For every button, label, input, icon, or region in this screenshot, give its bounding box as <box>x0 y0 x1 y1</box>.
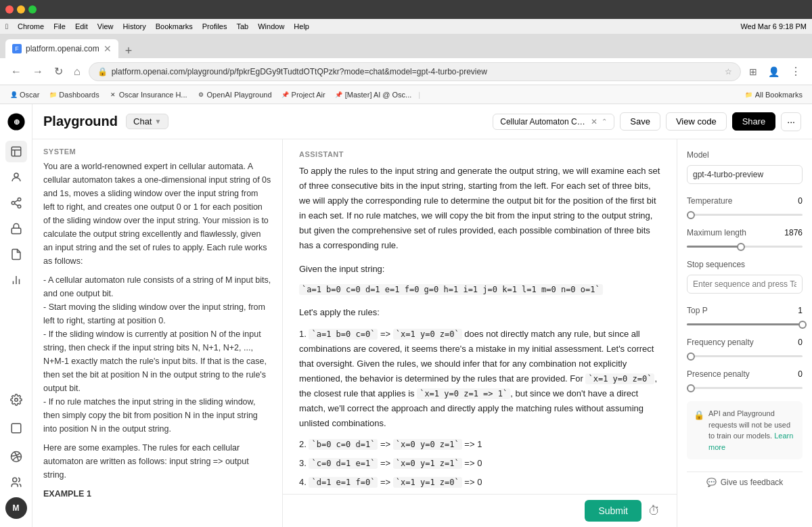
view-menu[interactable]: View <box>97 22 114 30</box>
stop-sequences-input[interactable] <box>687 275 803 294</box>
rule2-code: `b=0 c=0 d=1` <box>309 439 378 450</box>
apple-menu[interactable]:  <box>5 22 8 30</box>
preset-clear-icon[interactable]: ✕ <box>591 117 597 127</box>
timer-icon[interactable]: ⏱ <box>648 504 660 518</box>
assistant-label: ASSISTANT <box>299 150 660 158</box>
page-title: Playground <box>43 114 118 129</box>
file-menu[interactable]: File <box>53 22 66 30</box>
bookmark-project-air[interactable]: 📌 Project Air <box>277 89 330 100</box>
sidebar-item-bottom1[interactable] <box>5 417 27 439</box>
chat-mode-arrow-icon: ▼ <box>154 118 161 125</box>
bookmark-label: Oscar <box>20 91 39 99</box>
frequency-penalty-setting: Frequency penalty 0 <box>687 338 803 357</box>
bookmark-openai[interactable]: ⚙ OpenAI Playground <box>193 89 276 100</box>
view-code-button[interactable]: View code <box>666 112 727 131</box>
presence-penalty-setting: Presence penalty 0 <box>687 369 803 389</box>
svg-point-5 <box>14 173 18 177</box>
svg-point-7 <box>12 202 15 205</box>
preset-selector[interactable]: Cellular Automaton Cha... ✕ ⌃ <box>493 114 614 130</box>
sidebar-item-bottom3[interactable] <box>5 472 27 493</box>
minimize-button[interactable] <box>17 5 25 14</box>
preset-chevron-icon[interactable]: ⌃ <box>602 118 607 125</box>
presence-penalty-slider-thumb[interactable] <box>687 384 695 392</box>
model-label: Model <box>687 150 803 160</box>
maximize-button[interactable] <box>28 5 37 14</box>
profile-button[interactable]: 👤 <box>765 64 782 80</box>
bookmark-insurance-label: Oscar Insurance H... <box>119 91 187 99</box>
sidebar-item-playground[interactable] <box>5 141 27 162</box>
sidebar-item-users[interactable] <box>5 166 27 188</box>
top-p-slider-track <box>687 323 803 325</box>
bookmark-star-icon[interactable]: ☆ <box>725 67 732 76</box>
frequency-penalty-slider-thumb[interactable] <box>687 352 695 361</box>
rule3-code: `c=0 d=1 e=1` <box>309 458 378 469</box>
tab-close-button[interactable]: ✕ <box>104 43 112 54</box>
tab-favicon: F <box>12 44 22 53</box>
max-length-slider-thumb[interactable] <box>737 243 745 251</box>
sidebar-item-settings[interactable] <box>5 389 27 411</box>
feedback-button[interactable]: 💬 Give us feedback <box>687 472 803 492</box>
edit-menu[interactable]: Edit <box>75 22 88 30</box>
more-button[interactable]: ⋮ <box>788 62 804 81</box>
max-length-label: Maximum length <box>687 228 746 237</box>
sidebar-item-bottom2[interactable] <box>5 446 27 467</box>
bookmarks-bar: 👤 Oscar 📁 Dashboards ✕ Oscar Insurance H… <box>0 85 812 104</box>
close-button[interactable] <box>5 5 14 14</box>
stop-sequences-label: Stop sequences <box>687 260 803 269</box>
bookmark-oscar[interactable]: 👤 Oscar <box>5 89 43 100</box>
save-button[interactable]: Save <box>620 112 660 131</box>
temperature-header: Temperature 0 <box>687 196 803 206</box>
top-p-label: Top P <box>687 306 708 315</box>
extensions-button[interactable]: ⊞ <box>746 64 760 80</box>
svg-point-6 <box>18 198 21 202</box>
bookmark-insurance[interactable]: ✕ Oscar Insurance H... <box>105 89 191 100</box>
bookmark-insurance-icon: ✕ <box>109 91 117 99</box>
bookmark-all-bookmarks[interactable]: 📁 All Bookmarks <box>741 89 807 100</box>
window-menu[interactable]: Window <box>258 22 284 30</box>
history-menu[interactable]: History <box>123 22 146 30</box>
profiles-menu[interactable]: Profiles <box>202 22 227 30</box>
app-main: Playground Chat ▼ Cellular Automaton Cha… <box>32 104 812 527</box>
chrome-menu[interactable]: Chrome <box>18 22 44 30</box>
temperature-slider-thumb[interactable] <box>687 211 695 219</box>
submit-button[interactable]: Submit <box>585 500 641 522</box>
chat-messages: ASSISTANT To apply the rules to the inpu… <box>283 139 677 494</box>
temperature-setting: Temperature 0 <box>687 196 803 216</box>
tab-menu[interactable]: Tab <box>236 22 248 30</box>
bookmark-dashboards-icon: 📁 <box>49 91 57 99</box>
bookmarks-menu[interactable]: Bookmarks <box>156 22 193 30</box>
forward-button[interactable]: → <box>30 63 46 81</box>
home-button[interactable]: ⌂ <box>71 63 83 81</box>
bookmark-master-ai[interactable]: 📌 [Master] AI @ Osc... <box>331 89 416 100</box>
model-select[interactable]: gpt-4-turbo-preview <box>687 165 803 184</box>
api-notice: 🔒 API and Playground requests will not b… <box>687 401 803 459</box>
sidebar-item-avatar[interactable]: M <box>5 497 27 519</box>
sidebar-item-share[interactable] <box>5 192 27 214</box>
assistant-content: To apply the rules to the input string a… <box>299 164 660 494</box>
svg-line-9 <box>14 204 18 206</box>
sidebar-item-lock[interactable] <box>5 218 27 239</box>
sidebar-item-charts[interactable] <box>5 269 27 291</box>
share-button[interactable]: Share <box>732 112 776 131</box>
sidebar-item-docs[interactable] <box>5 244 27 265</box>
chat-mode-selector[interactable]: Chat ▼ <box>126 114 168 129</box>
app-logo: ⊕ <box>7 112 26 131</box>
max-length-value: 1876 <box>784 228 803 237</box>
url-input[interactable]: 🔒 platform.openai.com/playground/p/fpkrE… <box>89 62 741 81</box>
active-tab[interactable]: F platform.openai.com ✕ <box>5 39 118 58</box>
presence-penalty-slider-track <box>687 387 803 389</box>
new-tab-button[interactable]: + <box>120 44 138 58</box>
back-button[interactable]: ← <box>8 63 24 81</box>
lock-icon: 🔒 <box>694 409 704 453</box>
more-options-button[interactable]: ··· <box>781 112 801 131</box>
system-label: SYSTEM <box>32 139 282 160</box>
reload-button[interactable]: ↻ <box>51 62 66 81</box>
content-area: SYSTEM You are a world-renowned expert i… <box>32 139 812 527</box>
system-panel: SYSTEM You are a world-renowned expert i… <box>32 139 283 527</box>
presence-penalty-header: Presence penalty 0 <box>687 369 803 379</box>
frequency-penalty-value: 0 <box>798 338 803 347</box>
help-menu[interactable]: Help <box>294 22 309 30</box>
top-p-header: Top P 1 <box>687 306 803 315</box>
bookmark-dashboards[interactable]: 📁 Dashboards <box>45 89 103 100</box>
top-p-slider-thumb[interactable] <box>798 321 807 329</box>
